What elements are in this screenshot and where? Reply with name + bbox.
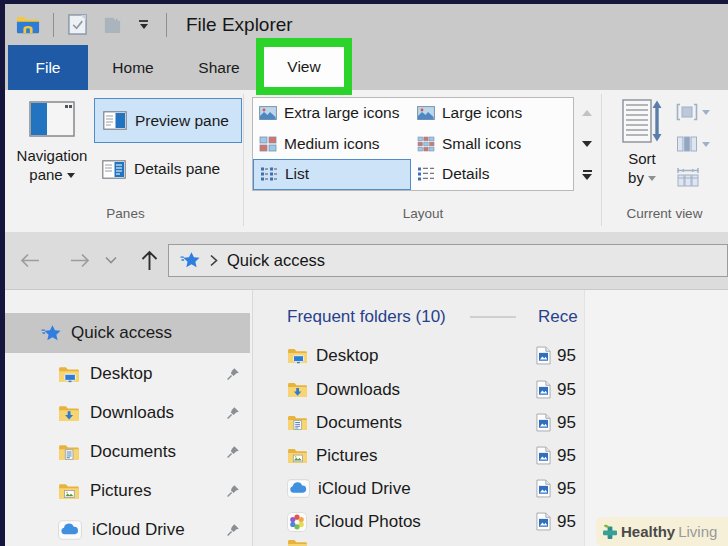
pin-icon xyxy=(226,484,240,498)
gallery-scroll-down-button[interactable] xyxy=(578,130,596,158)
sidebar-item-desktop[interactable]: Desktop xyxy=(5,354,252,393)
preview-pane xyxy=(585,290,728,546)
sidebar-item-label: Downloads xyxy=(90,403,174,423)
sidebar-item-downloads[interactable]: Downloads xyxy=(5,393,252,432)
icloud-drive-icon xyxy=(58,520,82,540)
breadcrumb-chevron-icon xyxy=(210,254,218,267)
tab-view[interactable]: View xyxy=(264,47,344,87)
list-view-icon xyxy=(260,166,278,182)
back-arrow-icon xyxy=(20,253,40,268)
gallery-scroll-up-button[interactable] xyxy=(578,99,596,127)
tab-file[interactable]: File xyxy=(8,45,88,90)
highlight-box: View xyxy=(256,38,352,95)
header-rule xyxy=(470,316,516,318)
gray-folder-icon xyxy=(102,14,123,35)
size-all-columns-button[interactable] xyxy=(676,163,722,191)
frequent-item-label: Desktop xyxy=(316,346,378,366)
divider xyxy=(53,13,54,37)
sort-by-label-line1: Sort xyxy=(628,149,656,168)
recent-locations-button[interactable] xyxy=(100,250,122,270)
frequent-item-pictures[interactable]: Pictures xyxy=(287,439,537,472)
layout-option-label: Extra large icons xyxy=(284,104,399,122)
sort-by-button[interactable]: Sort by xyxy=(612,95,672,199)
frequent-item-desktop[interactable]: Desktop xyxy=(287,339,537,372)
panes-group-label: Panes xyxy=(8,206,243,228)
layout-option-label: Small icons xyxy=(442,135,521,153)
toolbar-caret-bar xyxy=(139,20,148,22)
sidebar-item-quick-access[interactable]: Quick access xyxy=(5,313,250,353)
frequent-item-icloud-photos[interactable]: iCloud Photos xyxy=(287,505,537,538)
frequent-item-label: Downloads xyxy=(316,380,400,400)
sidebar-item-pictures[interactable]: Pictures xyxy=(5,471,252,510)
frequent-folders-header[interactable]: Frequent folders (10) xyxy=(287,307,446,327)
recent-file-row[interactable]: 95 xyxy=(536,439,585,472)
triangle-down-icon xyxy=(582,141,592,147)
frequent-item-documents[interactable]: Documents xyxy=(287,406,537,439)
folder-icon xyxy=(287,537,308,546)
frequent-item-label: Pictures xyxy=(316,446,377,466)
layout-option-small-icons[interactable]: Small icons xyxy=(411,129,573,160)
gallery-more-button[interactable] xyxy=(578,161,596,189)
add-columns-button[interactable] xyxy=(676,128,722,160)
icloud-drive-icon xyxy=(287,479,310,498)
sidebar-item-label: Documents xyxy=(90,442,176,462)
recent-file-label: 95 xyxy=(557,479,576,499)
details-pane-button[interactable]: Details pane xyxy=(94,148,250,190)
sort-by-label-line2: by xyxy=(628,168,656,187)
layout-option-extra-large-icons[interactable]: Extra large icons xyxy=(253,98,411,129)
sort-icon xyxy=(622,99,662,143)
up-button[interactable] xyxy=(134,244,164,276)
sidebar-item-label: Pictures xyxy=(90,481,151,501)
recent-file-label: 95 xyxy=(557,346,576,366)
navigation-pane-label-line1: Navigation xyxy=(17,146,88,165)
address-bar[interactable]: Quick access xyxy=(168,244,728,277)
quick-access-star-icon xyxy=(180,251,201,270)
recent-file-label: 95 xyxy=(557,512,576,532)
chevron-down-icon xyxy=(648,176,656,181)
navigation-pane-button[interactable]: Navigation pane xyxy=(12,95,92,197)
app-folder-icon xyxy=(12,14,44,35)
forward-arrow-icon xyxy=(70,253,90,268)
recent-file-row[interactable]: 95 xyxy=(536,373,585,406)
layout-option-large-icons[interactable]: Large icons xyxy=(411,98,573,129)
layout-option-label: Large icons xyxy=(442,104,522,122)
preview-pane-button[interactable]: Preview pane xyxy=(94,98,242,143)
watermark-bold-text: Healthy xyxy=(621,523,675,540)
recent-file-row[interactable]: 95 xyxy=(536,505,585,538)
customize-quick-access-toolbar-button[interactable] xyxy=(135,20,152,29)
tab-home[interactable]: Home xyxy=(98,45,168,90)
sidebar-item-icloud-drive[interactable]: iCloud Drive xyxy=(5,510,252,546)
sidebar-item-documents[interactable]: Documents xyxy=(5,432,252,471)
downloads-folder-icon xyxy=(287,380,308,399)
recent-file-row[interactable]: 95 xyxy=(536,339,585,372)
recent-file-label: 95 xyxy=(557,446,576,466)
triangle-up-icon xyxy=(582,110,592,116)
breadcrumb-location: Quick access xyxy=(227,251,325,270)
back-button[interactable] xyxy=(14,246,46,274)
layout-option-list[interactable]: List xyxy=(253,159,411,190)
layout-option-medium-icons[interactable]: Medium icons xyxy=(253,129,411,160)
tab-share[interactable]: Share xyxy=(184,45,254,90)
healthy-living-cross-icon xyxy=(602,524,618,540)
layout-option-details[interactable]: Details xyxy=(411,159,573,190)
new-folder-button[interactable] xyxy=(98,14,127,35)
chevron-down-icon xyxy=(105,256,117,264)
large-icons-icon xyxy=(417,106,435,120)
chevron-down-icon xyxy=(140,24,148,29)
details-pane-icon xyxy=(102,160,126,179)
recent-file-row[interactable]: 95 xyxy=(536,406,585,439)
image-file-icon xyxy=(536,346,551,365)
properties-button[interactable] xyxy=(63,13,92,36)
recent-files-header[interactable]: Rece xyxy=(538,307,578,327)
forward-button[interactable] xyxy=(64,246,96,274)
frequent-item-icloud-drive[interactable]: iCloud Drive xyxy=(287,472,537,505)
group-by-button[interactable] xyxy=(676,99,722,125)
file-explorer-window: File Explorer File Home Share View Navig… xyxy=(0,0,728,546)
image-file-icon xyxy=(536,479,551,498)
frequent-item-label: iCloud Drive xyxy=(318,479,411,499)
frequent-item-clipped xyxy=(287,537,327,546)
frequent-item-label: Documents xyxy=(316,413,402,433)
recent-file-row[interactable]: 95 xyxy=(536,472,585,505)
frequent-item-downloads[interactable]: Downloads xyxy=(287,373,537,406)
more-bar-icon xyxy=(583,170,592,172)
